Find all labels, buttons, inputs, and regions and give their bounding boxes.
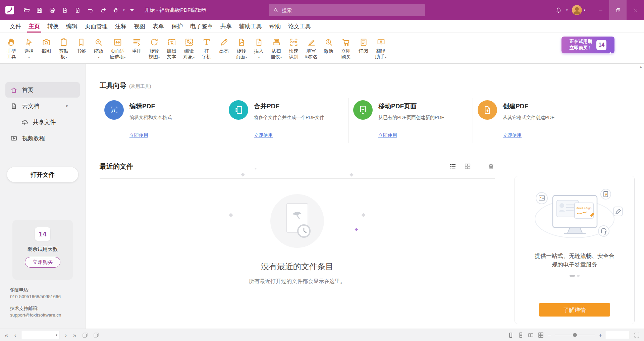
use-now-link[interactable]: 立即使用	[503, 132, 522, 138]
page-fit-tool[interactable]: 页面适应选项▾	[107, 36, 128, 60]
carousel-dots[interactable]	[570, 275, 580, 277]
merge-pdf-card[interactable]: 合并PDF将多个文件合并生成一个PDF文件立即使用	[224, 98, 348, 143]
menu-item-3[interactable]: 编辑	[62, 20, 81, 33]
close-button[interactable]	[627, 0, 644, 20]
clipboard-tool[interactable]: 剪贴板▾	[55, 36, 72, 60]
create-pdf-card[interactable]: 创建PDF从其它格式文件创建PDF立即使用	[473, 98, 597, 143]
menu-item-0[interactable]: 文件	[6, 20, 25, 33]
undo-icon[interactable]	[84, 3, 97, 17]
zoom-level-input[interactable]	[606, 331, 630, 339]
translate-assistant-tool[interactable]: A翻译助手▾	[372, 36, 390, 60]
use-now-link[interactable]: 立即使用	[129, 132, 148, 138]
support-email-address[interactable]: support@foxitsoftware.cn	[10, 312, 61, 319]
hand-tool[interactable]: 手型工具	[3, 36, 20, 60]
from-scanner-tool[interactable]: 从扫描仪▾	[268, 36, 285, 60]
open-file-button[interactable]: 打开文件	[7, 167, 78, 182]
next-page-button[interactable]: ›	[64, 332, 67, 338]
highlight-tool[interactable]: 高亮	[215, 36, 233, 54]
zoom-out-button[interactable]: −	[548, 332, 551, 338]
restore-button[interactable]	[609, 0, 627, 20]
insert-pages-tool[interactable]: 插入▾	[250, 36, 268, 60]
reflow-tool[interactable]: 重排	[128, 36, 146, 54]
menu-item-9[interactable]: 电子签章	[186, 20, 217, 33]
sidebar-item-shared-files[interactable]: 共享文件	[5, 114, 80, 130]
open-file-icon[interactable]	[20, 3, 33, 17]
activate-tool[interactable]: 激活	[320, 36, 337, 54]
menu-item-12[interactable]: 帮助	[266, 20, 284, 33]
menu-item-7[interactable]: 表单	[149, 20, 168, 33]
list-view-icon[interactable]	[449, 163, 457, 170]
zoom-slider[interactable]	[555, 332, 595, 338]
account-dropdown-caret[interactable]: ▾	[584, 8, 585, 12]
collaborate-hand-icon[interactable]	[109, 3, 122, 17]
menu-item-10[interactable]: 共享	[217, 20, 235, 33]
customize-toolbar-icon[interactable]	[126, 3, 139, 17]
move-pdf-card[interactable]: 移动PDF页面从已有的PDF页面创建新的PDF立即使用	[348, 98, 473, 143]
use-now-link[interactable]: 立即使用	[254, 132, 273, 138]
minimize-button[interactable]	[592, 0, 609, 20]
carousel-dot-active[interactable]	[570, 275, 575, 277]
collaborate-dropdown-caret[interactable]: ▾	[123, 8, 125, 12]
chevron-down-icon: ▾	[193, 56, 195, 59]
notifications-bell-icon[interactable]	[552, 3, 565, 17]
typewriter-tool[interactable]: 打字机	[198, 36, 215, 60]
next-view-icon[interactable]	[93, 332, 99, 338]
sidebar-item-video-tutorials[interactable]: 视频教程	[5, 130, 80, 146]
fullscreen-icon[interactable]	[634, 332, 640, 338]
print-icon[interactable]	[46, 3, 58, 17]
menu-item-4[interactable]: 页面管理	[81, 20, 111, 33]
select-tool[interactable]: 选择▾	[20, 36, 38, 60]
zoom-in-button[interactable]: +	[599, 332, 602, 338]
menu-item-5[interactable]: 注释	[111, 20, 130, 33]
sidebar-item-home[interactable]: 首页	[5, 82, 80, 98]
menu-item-2[interactable]: 转换	[44, 20, 62, 33]
edit-text-tool[interactable]: 编辑文本	[163, 36, 180, 60]
menu-item-1[interactable]: 主页	[25, 20, 44, 33]
previous-view-icon[interactable]	[82, 332, 88, 338]
single-page-view-icon[interactable]	[507, 332, 514, 338]
buy-now-tool[interactable]: 立即购买	[337, 36, 355, 60]
trial-badge[interactable]: 正在试用期 立即购买！ 14	[561, 37, 614, 53]
facing-view-icon[interactable]	[528, 332, 534, 338]
use-now-link[interactable]: 立即使用	[378, 132, 397, 138]
save-icon[interactable]	[33, 3, 46, 17]
new-doc-icon[interactable]	[71, 3, 84, 17]
last-page-button[interactable]: »	[72, 332, 77, 338]
carousel-dot[interactable]	[577, 275, 580, 277]
notifications-caret[interactable]: ▾	[566, 8, 568, 12]
zoom-slider-knob[interactable]	[573, 333, 577, 337]
redo-icon[interactable]	[97, 3, 109, 17]
zoom-tool[interactable]: 缩放▾	[90, 36, 107, 60]
user-avatar[interactable]	[572, 5, 582, 15]
edit-pdf-card[interactable]: iT编辑PDF编辑文档和文本格式立即使用	[100, 98, 224, 143]
ocr-tool[interactable]: OCR快速识别	[285, 36, 303, 60]
tool-guide-header: 工具向导 (常用工具)	[100, 81, 644, 90]
search-input[interactable]	[282, 7, 421, 13]
previous-page-button[interactable]: ‹	[14, 332, 17, 338]
export-doc-icon[interactable]	[58, 3, 71, 17]
scroll-up-arrow-icon[interactable]: ▲	[639, 65, 643, 69]
page-number-input[interactable]	[22, 331, 54, 339]
menu-item-13[interactable]: 论文工具	[284, 20, 315, 33]
continuous-view-icon[interactable]	[518, 332, 524, 338]
snapshot-tool[interactable]: 截图	[38, 36, 55, 54]
chevron-down-icon[interactable]: ▾	[66, 104, 68, 108]
first-page-button[interactable]: «	[4, 332, 9, 338]
subscribe-tool[interactable]: 订阅	[355, 36, 372, 54]
learn-more-button[interactable]: 了解详情	[539, 303, 610, 317]
menu-item-6[interactable]: 视图	[130, 20, 149, 33]
facing-continuous-view-icon[interactable]	[538, 332, 544, 338]
page-dropdown-caret[interactable]: ▾	[54, 331, 59, 339]
menu-item-8[interactable]: 保护	[168, 20, 186, 33]
buy-now-button[interactable]: 立即购买	[25, 257, 60, 268]
search-bar[interactable]	[269, 4, 425, 16]
bookmark-tool[interactable]: 书签	[72, 36, 90, 54]
menu-item-11[interactable]: 辅助工具	[235, 20, 266, 33]
sidebar-item-cloud-docs[interactable]: 云文档▾	[5, 98, 80, 114]
fill-sign-tool[interactable]: 填写&签名	[303, 36, 320, 60]
grid-view-icon[interactable]	[464, 163, 471, 170]
rotate-pages-tool[interactable]: 旋转页面▾	[233, 36, 250, 60]
trash-icon[interactable]	[487, 163, 495, 170]
edit-object-tool[interactable]: 编辑对象▾	[180, 36, 198, 60]
rotate-view-tool[interactable]: 旋转视图▾	[146, 36, 163, 60]
